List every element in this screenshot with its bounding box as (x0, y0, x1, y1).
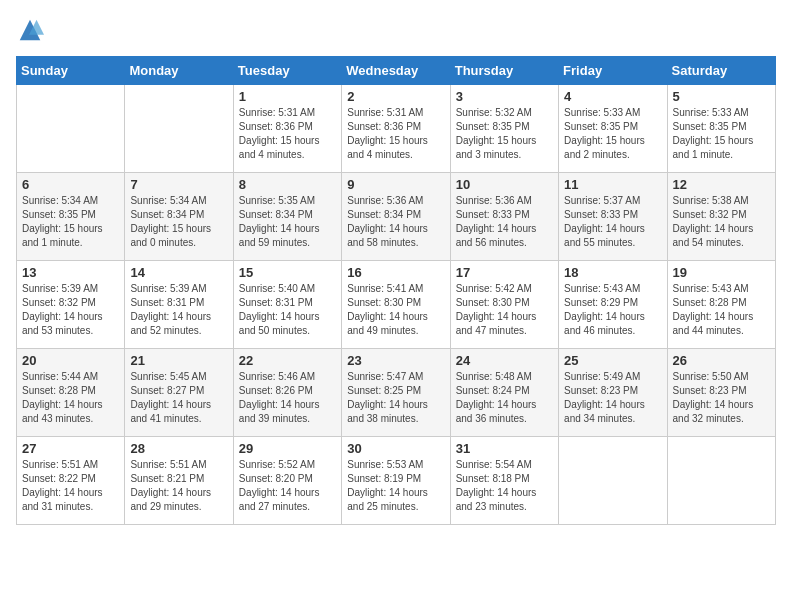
cell-content: Sunrise: 5:41 AM Sunset: 8:30 PM Dayligh… (347, 282, 444, 338)
cell-content: Sunrise: 5:39 AM Sunset: 8:31 PM Dayligh… (130, 282, 227, 338)
cell-content: Sunrise: 5:31 AM Sunset: 8:36 PM Dayligh… (239, 106, 336, 162)
cell-week4-day0: 20Sunrise: 5:44 AM Sunset: 8:28 PM Dayli… (17, 349, 125, 437)
cell-week5-day6 (667, 437, 775, 525)
cell-content: Sunrise: 5:35 AM Sunset: 8:34 PM Dayligh… (239, 194, 336, 250)
day-number: 15 (239, 265, 336, 280)
header-thursday: Thursday (450, 57, 558, 85)
day-number: 17 (456, 265, 553, 280)
header-saturday: Saturday (667, 57, 775, 85)
day-number: 19 (673, 265, 770, 280)
cell-week2-day0: 6Sunrise: 5:34 AM Sunset: 8:35 PM Daylig… (17, 173, 125, 261)
day-number: 21 (130, 353, 227, 368)
cell-content: Sunrise: 5:45 AM Sunset: 8:27 PM Dayligh… (130, 370, 227, 426)
cell-week4-day1: 21Sunrise: 5:45 AM Sunset: 8:27 PM Dayli… (125, 349, 233, 437)
cell-content: Sunrise: 5:49 AM Sunset: 8:23 PM Dayligh… (564, 370, 661, 426)
header-friday: Friday (559, 57, 667, 85)
day-number: 1 (239, 89, 336, 104)
calendar-table: SundayMondayTuesdayWednesdayThursdayFrid… (16, 56, 776, 525)
day-number: 6 (22, 177, 119, 192)
cell-week5-day1: 28Sunrise: 5:51 AM Sunset: 8:21 PM Dayli… (125, 437, 233, 525)
cell-content: Sunrise: 5:40 AM Sunset: 8:31 PM Dayligh… (239, 282, 336, 338)
logo (16, 16, 48, 44)
cell-week2-day6: 12Sunrise: 5:38 AM Sunset: 8:32 PM Dayli… (667, 173, 775, 261)
day-number: 26 (673, 353, 770, 368)
cell-week2-day5: 11Sunrise: 5:37 AM Sunset: 8:33 PM Dayli… (559, 173, 667, 261)
cell-week2-day1: 7Sunrise: 5:34 AM Sunset: 8:34 PM Daylig… (125, 173, 233, 261)
day-number: 5 (673, 89, 770, 104)
day-number: 2 (347, 89, 444, 104)
cell-week1-day2: 1Sunrise: 5:31 AM Sunset: 8:36 PM Daylig… (233, 85, 341, 173)
cell-week1-day0 (17, 85, 125, 173)
cell-week1-day3: 2Sunrise: 5:31 AM Sunset: 8:36 PM Daylig… (342, 85, 450, 173)
cell-week5-day3: 30Sunrise: 5:53 AM Sunset: 8:19 PM Dayli… (342, 437, 450, 525)
day-number: 24 (456, 353, 553, 368)
cell-content: Sunrise: 5:36 AM Sunset: 8:34 PM Dayligh… (347, 194, 444, 250)
cell-week2-day4: 10Sunrise: 5:36 AM Sunset: 8:33 PM Dayli… (450, 173, 558, 261)
cell-week2-day3: 9Sunrise: 5:36 AM Sunset: 8:34 PM Daylig… (342, 173, 450, 261)
day-number: 10 (456, 177, 553, 192)
day-number: 28 (130, 441, 227, 456)
cell-content: Sunrise: 5:51 AM Sunset: 8:21 PM Dayligh… (130, 458, 227, 514)
day-number: 8 (239, 177, 336, 192)
day-number: 7 (130, 177, 227, 192)
cell-content: Sunrise: 5:33 AM Sunset: 8:35 PM Dayligh… (564, 106, 661, 162)
cell-content: Sunrise: 5:54 AM Sunset: 8:18 PM Dayligh… (456, 458, 553, 514)
cell-week4-day5: 25Sunrise: 5:49 AM Sunset: 8:23 PM Dayli… (559, 349, 667, 437)
cell-week3-day1: 14Sunrise: 5:39 AM Sunset: 8:31 PM Dayli… (125, 261, 233, 349)
day-number: 4 (564, 89, 661, 104)
cell-week1-day1 (125, 85, 233, 173)
day-number: 27 (22, 441, 119, 456)
day-number: 30 (347, 441, 444, 456)
day-number: 14 (130, 265, 227, 280)
header-wednesday: Wednesday (342, 57, 450, 85)
logo-icon (16, 16, 44, 44)
day-number: 22 (239, 353, 336, 368)
cell-content: Sunrise: 5:43 AM Sunset: 8:28 PM Dayligh… (673, 282, 770, 338)
cell-content: Sunrise: 5:50 AM Sunset: 8:23 PM Dayligh… (673, 370, 770, 426)
cell-content: Sunrise: 5:52 AM Sunset: 8:20 PM Dayligh… (239, 458, 336, 514)
day-number: 11 (564, 177, 661, 192)
cell-content: Sunrise: 5:39 AM Sunset: 8:32 PM Dayligh… (22, 282, 119, 338)
cell-content: Sunrise: 5:34 AM Sunset: 8:34 PM Dayligh… (130, 194, 227, 250)
cell-content: Sunrise: 5:38 AM Sunset: 8:32 PM Dayligh… (673, 194, 770, 250)
header-monday: Monday (125, 57, 233, 85)
cell-content: Sunrise: 5:33 AM Sunset: 8:35 PM Dayligh… (673, 106, 770, 162)
day-number: 20 (22, 353, 119, 368)
week-row-4: 20Sunrise: 5:44 AM Sunset: 8:28 PM Dayli… (17, 349, 776, 437)
cell-week4-day4: 24Sunrise: 5:48 AM Sunset: 8:24 PM Dayli… (450, 349, 558, 437)
cell-week4-day3: 23Sunrise: 5:47 AM Sunset: 8:25 PM Dayli… (342, 349, 450, 437)
cell-content: Sunrise: 5:46 AM Sunset: 8:26 PM Dayligh… (239, 370, 336, 426)
cell-content: Sunrise: 5:47 AM Sunset: 8:25 PM Dayligh… (347, 370, 444, 426)
week-row-3: 13Sunrise: 5:39 AM Sunset: 8:32 PM Dayli… (17, 261, 776, 349)
cell-content: Sunrise: 5:48 AM Sunset: 8:24 PM Dayligh… (456, 370, 553, 426)
day-number: 31 (456, 441, 553, 456)
cell-week5-day5 (559, 437, 667, 525)
week-row-2: 6Sunrise: 5:34 AM Sunset: 8:35 PM Daylig… (17, 173, 776, 261)
day-number: 25 (564, 353, 661, 368)
cell-week2-day2: 8Sunrise: 5:35 AM Sunset: 8:34 PM Daylig… (233, 173, 341, 261)
cell-content: Sunrise: 5:34 AM Sunset: 8:35 PM Dayligh… (22, 194, 119, 250)
cell-week5-day4: 31Sunrise: 5:54 AM Sunset: 8:18 PM Dayli… (450, 437, 558, 525)
cell-week4-day6: 26Sunrise: 5:50 AM Sunset: 8:23 PM Dayli… (667, 349, 775, 437)
cell-week3-day5: 18Sunrise: 5:43 AM Sunset: 8:29 PM Dayli… (559, 261, 667, 349)
cell-content: Sunrise: 5:42 AM Sunset: 8:30 PM Dayligh… (456, 282, 553, 338)
cell-week3-day4: 17Sunrise: 5:42 AM Sunset: 8:30 PM Dayli… (450, 261, 558, 349)
cell-content: Sunrise: 5:53 AM Sunset: 8:19 PM Dayligh… (347, 458, 444, 514)
cell-week4-day2: 22Sunrise: 5:46 AM Sunset: 8:26 PM Dayli… (233, 349, 341, 437)
cell-week3-day6: 19Sunrise: 5:43 AM Sunset: 8:28 PM Dayli… (667, 261, 775, 349)
day-number: 12 (673, 177, 770, 192)
weekday-header-row: SundayMondayTuesdayWednesdayThursdayFrid… (17, 57, 776, 85)
cell-content: Sunrise: 5:44 AM Sunset: 8:28 PM Dayligh… (22, 370, 119, 426)
cell-week3-day3: 16Sunrise: 5:41 AM Sunset: 8:30 PM Dayli… (342, 261, 450, 349)
header-tuesday: Tuesday (233, 57, 341, 85)
cell-week5-day0: 27Sunrise: 5:51 AM Sunset: 8:22 PM Dayli… (17, 437, 125, 525)
cell-week3-day2: 15Sunrise: 5:40 AM Sunset: 8:31 PM Dayli… (233, 261, 341, 349)
cell-content: Sunrise: 5:43 AM Sunset: 8:29 PM Dayligh… (564, 282, 661, 338)
cell-content: Sunrise: 5:37 AM Sunset: 8:33 PM Dayligh… (564, 194, 661, 250)
cell-week1-day5: 4Sunrise: 5:33 AM Sunset: 8:35 PM Daylig… (559, 85, 667, 173)
cell-content: Sunrise: 5:51 AM Sunset: 8:22 PM Dayligh… (22, 458, 119, 514)
cell-content: Sunrise: 5:36 AM Sunset: 8:33 PM Dayligh… (456, 194, 553, 250)
cell-week1-day6: 5Sunrise: 5:33 AM Sunset: 8:35 PM Daylig… (667, 85, 775, 173)
page-header (16, 16, 776, 44)
day-number: 13 (22, 265, 119, 280)
